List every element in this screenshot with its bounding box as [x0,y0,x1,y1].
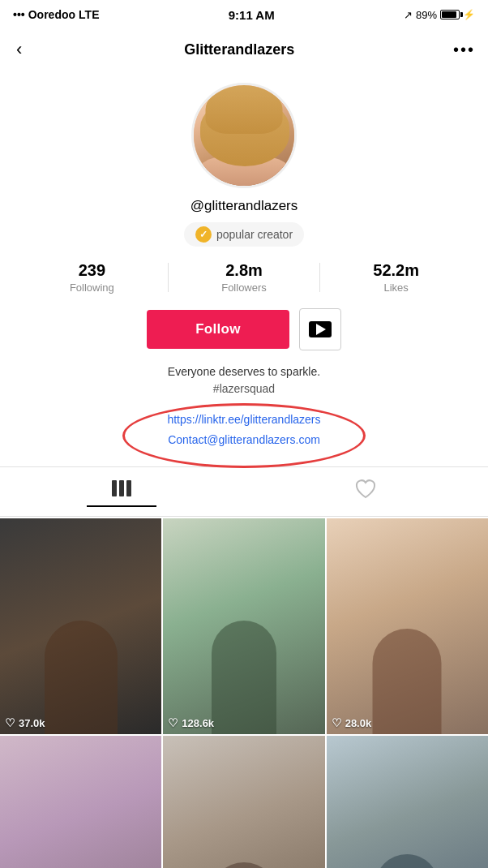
video-likes-3: ♡ 28.0k [332,716,372,729]
play-triangle-icon [316,324,326,335]
carrier-info: ••• Ooredoo LTE [13,8,99,21]
bio-line1: Everyone deserves to sparkle. [16,363,472,380]
battery-arrow-icon: ↗ [404,9,413,21]
following-value: 239 [79,261,105,280]
network-type: LTE [79,8,99,21]
youtube-icon [309,321,332,337]
svg-rect-2 [126,480,131,496]
links-container: https://linktr.ee/glitterandlazers Conta… [0,400,488,458]
charging-icon: ⚡ [463,9,475,20]
username: @glitterandlazers [190,198,298,214]
popular-creator-badge: ✓ popular creator [184,222,304,247]
svg-rect-1 [119,480,124,496]
likes-stat: 52.2m Likes [320,261,472,294]
video-thumb-2[interactable]: ♡ 128.6k [163,518,324,734]
badge-label: popular creator [216,228,293,241]
following-label: Following [70,281,114,294]
video-thumb-5[interactable] [163,736,324,868]
back-button[interactable]: ‹ [13,36,25,63]
status-bar: ••• Ooredoo LTE 9:11 AM ↗ 89% ⚡ [0,0,488,29]
video-thumb-3[interactable]: ♡ 28.0k [327,518,488,734]
stats-row: 239 Following 2.8m Followers 52.2m Likes [16,261,472,294]
video-thumb-1[interactable]: ♡ 37.0k [0,518,161,734]
heart-icon: ♡ [168,716,178,729]
followers-stat: 2.8m Followers [169,261,320,294]
badge-checkmark-icon: ✓ [195,226,212,243]
bio-hashtag: #lazersquad [16,382,472,395]
heart-icon: ♡ [5,716,15,729]
profile-section: @glitterandlazers ✓ popular creator 239 … [0,70,488,350]
content-tabs [0,466,488,517]
profile-nav-title: Glitterandlazers [184,41,294,58]
following-stat: 239 Following [16,261,168,294]
follow-button[interactable]: Follow [147,310,289,349]
signal-icon: ••• [13,8,25,21]
likes-value: 52.2m [373,261,419,280]
avatar [191,83,297,188]
bio-section: Everyone deserves to sparkle. #lazersqua… [0,363,488,395]
carrier-name: Ooredoo [28,8,75,21]
linktree-link[interactable]: https://linktr.ee/glitterandlazers [16,410,472,430]
tab-videos[interactable] [87,476,156,507]
video-grid: ♡ 37.0k ♡ 128.6k ♡ 28.0k [0,518,488,868]
svg-rect-0 [112,480,117,496]
video-thumb-4[interactable] [0,736,161,868]
clock: 9:11 AM [229,8,275,22]
followers-value: 2.8m [225,261,263,280]
likes-label: Likes [384,281,409,294]
nav-bar: ‹ Glitterandlazers ••• [0,29,488,70]
followers-label: Followers [221,281,267,294]
video-thumb-6[interactable] [327,736,488,868]
battery-percent: 89% [416,9,437,21]
battery-icon [440,10,460,19]
video-likes-2: ♡ 128.6k [168,716,214,729]
video-likes-1: ♡ 37.0k [5,716,45,729]
youtube-button[interactable] [299,308,341,350]
email-link[interactable]: Contact@glitterandlazers.com [16,430,472,450]
heart-icon: ♡ [332,716,342,729]
tab-likes[interactable] [330,475,401,508]
battery-info: ↗ 89% ⚡ [404,9,475,21]
action-buttons: Follow [147,308,341,350]
more-options-button[interactable]: ••• [453,41,475,59]
